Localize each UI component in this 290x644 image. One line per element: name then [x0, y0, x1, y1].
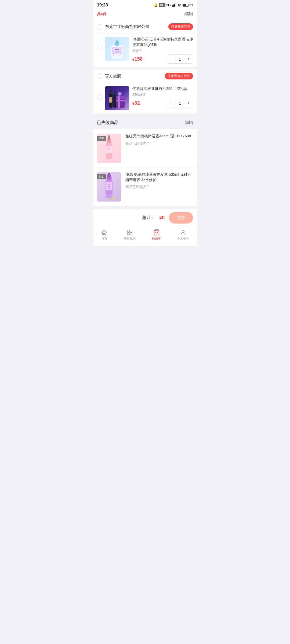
expired-product-2: 失效 滋源 氨基酸 发素 [93, 168, 197, 206]
quantity-control-1: − 1 + [167, 54, 193, 64]
svg-rect-51 [127, 233, 129, 235]
cart-section-store1: 东莞市道冠商贸有限公司 燕巢甄选它营 Lsap 洗衣液 [93, 20, 197, 67]
battery-level: 61 [190, 3, 193, 7]
svg-text:Lsap: Lsap [115, 49, 119, 50]
nav-label-grid: 燕巢甄选 [124, 237, 136, 241]
svg-text:发素: 发素 [108, 188, 110, 189]
grid-icon [126, 229, 133, 236]
svg-text:洗衣液: 洗衣液 [115, 51, 119, 52]
svg-rect-52 [130, 233, 132, 235]
svg-rect-3 [175, 3, 176, 7]
oil-product-svg: 冷 榨 [106, 87, 128, 109]
svg-point-54 [182, 230, 184, 232]
expired-section: 失效 桃桃 沐浴露 柏缇元气桃桃沐浴露475ml/瓶 HY47508 商品已经卖… [93, 129, 197, 206]
product-price-2: 92 [132, 100, 140, 106]
svg-text:冷: 冷 [110, 98, 111, 99]
svg-point-48 [110, 197, 113, 200]
qty-plus-2[interactable]: + [184, 99, 193, 108]
product-info-1: [奇丽心选]立富4倍浓缩持久留香洁净洗衣液2kg*4瓶 2kg*4 156 − … [132, 37, 193, 64]
total-label: 总计： [142, 215, 155, 221]
count-prefix: 共 [97, 12, 101, 16]
expired-name-2: 滋源 氨基酸臻萃奢护发素 535ml 无硅油 植萃奢养 补水修护 [125, 172, 193, 182]
cart-icon [153, 229, 160, 236]
svg-rect-6 [112, 47, 122, 54]
notification-icon: 🔔 [154, 3, 158, 7]
store-badge-2: 燕巢甄选自营50 [165, 73, 193, 79]
edit-button[interactable]: 编辑 [184, 11, 193, 17]
nav-item-cart[interactable]: 购物车 [152, 229, 161, 241]
product-name-2: 优素福冷榨亚麻籽油250ml*2礼盒 [132, 86, 193, 92]
expired-edit-button[interactable]: 编辑 [184, 120, 193, 126]
count-num: 4 [101, 12, 103, 16]
bottom-nav: 首页 燕巢甄选 购物车 个人中心 [93, 227, 197, 246]
svg-point-11 [113, 54, 114, 56]
svg-point-12 [120, 54, 121, 55]
svg-point-13 [118, 55, 119, 56]
svg-rect-37 [106, 176, 111, 180]
qty-num-1: 1 [176, 55, 184, 63]
product-checkbox-2[interactable] [97, 94, 102, 100]
qty-plus-1[interactable]: + [184, 55, 193, 63]
svg-text:桃桃: 桃桃 [108, 148, 110, 149]
svg-text:沐浴露: 沐浴露 [108, 149, 110, 151]
svg-rect-1 [173, 5, 174, 7]
svg-rect-2 [174, 4, 175, 7]
expired-title: 已失效商品 [97, 120, 118, 126]
status-icons: 🔔 HD 5G 61 [154, 3, 193, 7]
expired-image-1: 失效 桃桃 沐浴露 [97, 134, 121, 163]
store-checkbox-1[interactable] [97, 24, 102, 30]
svg-rect-22 [113, 92, 116, 95]
product-image-1: Lsap 洗衣液 [105, 37, 129, 61]
store-name-2: 官方旗舰 [105, 74, 165, 79]
nav-label-person: 个人中心 [177, 237, 189, 241]
nav-label-cart: 购物车 [152, 237, 161, 241]
quantity-control-2: − 1 + [167, 99, 193, 108]
store-checkbox-2[interactable] [97, 74, 102, 79]
laundry-bottle-svg: Lsap 洗衣液 [108, 38, 126, 60]
product-row-1: Lsap 洗衣液 [奇丽心选]立富4倍浓缩持久留香洁净洗衣液2kg*4瓶 2kg… [93, 34, 197, 67]
status-bar: 19:23 🔔 HD 5G 61 [93, 0, 197, 9]
store-row-2: 官方旗舰 燕巢甄选自营50 [93, 69, 197, 83]
product-spec-1: 2kg*4 [132, 48, 193, 52]
nav-item-person[interactable]: 个人中心 [177, 229, 189, 241]
svg-rect-10 [116, 41, 119, 43]
svg-rect-50 [130, 230, 132, 232]
qty-minus-1[interactable]: − [167, 55, 176, 63]
nav-item-home[interactable]: 首页 [101, 229, 107, 241]
nav-item-grid[interactable]: 燕巢甄选 [124, 229, 136, 241]
svg-rect-9 [115, 42, 119, 46]
product-price-1: 156 [132, 56, 143, 62]
hd-badge: HD [159, 3, 165, 7]
svg-rect-0 [172, 5, 173, 7]
wifi-icon [177, 3, 182, 7]
count-suffix: 件 [103, 12, 107, 16]
person-icon [180, 229, 186, 236]
cart-section-store2: 官方旗舰 燕巢甄选自营50 冷 [93, 69, 197, 114]
home-icon [101, 229, 107, 236]
svg-text:榨: 榨 [110, 100, 111, 101]
total-bar: 总计： ¥0 结算 [93, 208, 197, 227]
product-bottom-1: 156 − 1 + [132, 54, 193, 64]
store-name-1: 东莞市道冠商贸有限公司 [105, 24, 168, 29]
expired-badge-2: 失效 [97, 174, 106, 179]
svg-text:氨基酸: 氨基酸 [108, 186, 110, 187]
battery-icon [183, 4, 189, 7]
expired-info-1: 柏缇元气桃桃沐浴露475ml/瓶 HY47508 商品已经卖光了 [125, 134, 193, 146]
item-count: 共4件 [97, 12, 107, 17]
product-info-2: 优素福冷榨亚麻籽油250ml*2礼盒 250ml*2 92 − 1 + [132, 86, 193, 108]
product-name-1: [奇丽心选]立富4倍浓缩持久留香洁净洗衣液2kg*4瓶 [132, 37, 193, 47]
total-amount: ¥0 [159, 215, 165, 221]
store-badge-1: 燕巢甄选它营 [168, 23, 193, 30]
product-checkbox-1[interactable] [97, 45, 102, 50]
qty-num-2: 1 [176, 99, 184, 108]
svg-point-47 [112, 196, 115, 199]
expired-header: 已失效商品 编辑 [93, 116, 197, 129]
expired-status-2: 商品已经卖光了 [125, 185, 193, 189]
expired-status-1: 商品已经卖光了 [125, 141, 193, 146]
qty-minus-2[interactable]: − [167, 99, 176, 108]
svg-text:滋源: 滋源 [108, 184, 110, 185]
svg-rect-32 [108, 135, 110, 137]
checkout-button[interactable]: 结算 [169, 212, 193, 224]
nav-label-home: 首页 [101, 237, 107, 241]
expired-badge-1: 失效 [97, 136, 106, 141]
